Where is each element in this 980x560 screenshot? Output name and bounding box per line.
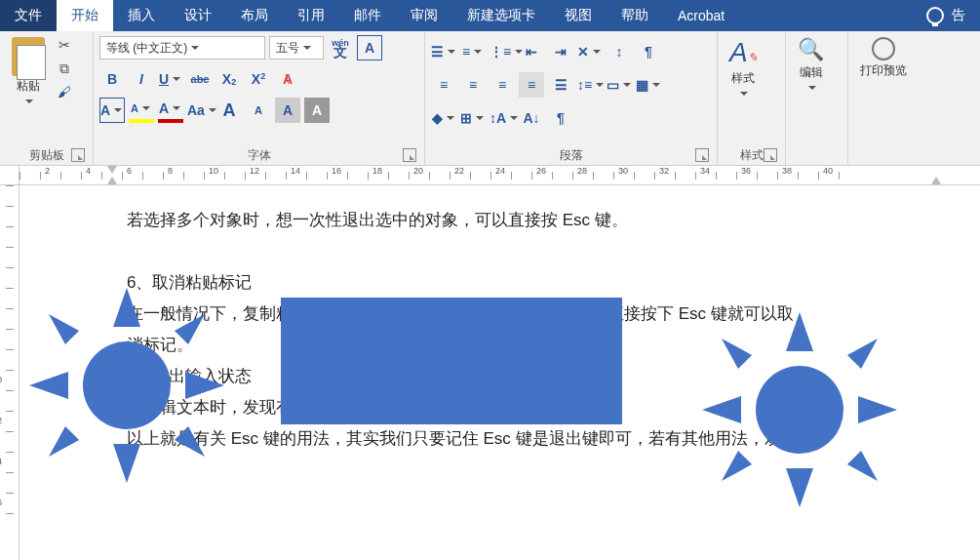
group-font: 等线 (中文正文) 五号 wén 文 A B I U abc X2 X2 A⧹ xyxy=(94,31,425,165)
superscript-button[interactable]: X2 xyxy=(246,66,271,92)
fill-color-button[interactable]: ◆ xyxy=(431,105,456,131)
sun-shape-left[interactable] xyxy=(29,288,224,483)
preview-icon xyxy=(872,37,895,60)
paste-button[interactable]: 粘贴 xyxy=(6,35,51,108)
document-area: 246810121416 若选择多个对象时，想一次性退出选中的对象，可以直接按 … xyxy=(0,185,980,560)
multilevel-button[interactable]: ⋮≡ xyxy=(490,39,515,64)
enclose-char-button[interactable]: A xyxy=(304,98,330,123)
bullets-button[interactable]: ☰ xyxy=(431,39,456,64)
blank-line xyxy=(127,236,980,267)
tab-mailings[interactable]: 邮件 xyxy=(339,0,396,31)
group-clipboard: 粘贴 ✂ ⧉ 🖌 剪贴板 xyxy=(0,31,94,165)
change-case-button[interactable]: Aa xyxy=(187,98,213,123)
tab-design[interactable]: 设计 xyxy=(170,0,226,31)
tab-insert[interactable]: 插入 xyxy=(113,0,170,31)
styles-button[interactable]: A✎ 样式 xyxy=(724,35,764,100)
horizontal-ruler[interactable]: 246810121416182022242628303234363840 xyxy=(20,166,980,185)
chevron-down-icon xyxy=(303,43,313,53)
tell-me-icon[interactable] xyxy=(926,7,944,24)
tab-help[interactable]: 帮助 xyxy=(607,0,663,31)
right-indent-marker[interactable] xyxy=(931,177,941,184)
vertical-ruler[interactable]: 246810121416 xyxy=(0,185,20,560)
group-label-paragraph: 段落 xyxy=(431,145,711,165)
group-label-font: 字体 xyxy=(99,145,418,165)
paste-label: 粘贴 xyxy=(17,78,40,95)
sort-button[interactable]: ↕ xyxy=(607,39,632,64)
bold-button[interactable]: B xyxy=(99,66,125,92)
clear-formatting-button[interactable]: A⧹ xyxy=(275,66,300,92)
tab-layout[interactable]: 布局 xyxy=(226,0,283,31)
strikethrough-button[interactable]: abc xyxy=(187,66,213,92)
numbering-button[interactable]: ≡ xyxy=(460,39,486,64)
ribbon: 粘贴 ✂ ⧉ 🖌 剪贴板 等线 (中文正文) 五号 xyxy=(0,31,980,166)
font-size-value: 五号 xyxy=(276,40,299,57)
underline-button[interactable]: U xyxy=(158,66,183,92)
grow-font-button[interactable]: A xyxy=(216,98,242,123)
group-editing: 🔍 编辑 xyxy=(786,31,848,165)
subscript-button[interactable]: X2 xyxy=(216,66,242,92)
group-paragraph: ☰ ≡ ⋮≡ ⇤ ⇥ ✕ ↕ ¶ ≡ ≡ ≡ ≡ ☰ ↕≡ ▭ ▦ ◆ xyxy=(425,31,718,165)
shrink-font-button[interactable]: A xyxy=(246,98,271,123)
highlight-button[interactable]: A xyxy=(129,98,154,123)
indent-inc-button[interactable]: ⇥ xyxy=(548,39,573,64)
show-marks-button[interactable]: ¶ xyxy=(636,39,661,64)
tab-home[interactable]: 开始 xyxy=(57,0,113,31)
shading-button[interactable]: ▭ xyxy=(607,72,632,98)
grid-button[interactable]: ⊞ xyxy=(460,105,486,131)
font-family-combo[interactable]: 等线 (中文正文) xyxy=(99,36,265,60)
chevron-down-icon xyxy=(173,74,182,84)
sort-az-button[interactable]: A↓ xyxy=(519,105,544,131)
text-effects-button[interactable]: A xyxy=(99,98,125,123)
dialog-launcher-icon[interactable] xyxy=(695,148,709,162)
cut-button[interactable]: ✂ xyxy=(53,35,76,55)
align-right-button[interactable]: ≡ xyxy=(490,72,515,98)
font-size-combo[interactable]: 五号 xyxy=(269,36,324,60)
dialog-launcher-icon[interactable] xyxy=(764,148,777,162)
find-button[interactable]: 🔍 编辑 xyxy=(792,35,830,95)
paste-icon xyxy=(12,37,45,76)
asian-layout-button[interactable]: ✕ xyxy=(577,39,603,64)
group-label-print xyxy=(854,145,926,165)
tab-references[interactable]: 引用 xyxy=(283,0,339,31)
ruler-corner xyxy=(0,166,20,185)
dialog-launcher-icon[interactable] xyxy=(403,148,416,162)
print-preview-button[interactable]: 打印预览 xyxy=(854,35,913,81)
chevron-down-icon xyxy=(142,103,152,113)
chevron-down-icon xyxy=(173,103,182,113)
align-left-button[interactable]: ≡ xyxy=(431,72,456,98)
tell-me-label[interactable]: 告 xyxy=(952,0,980,31)
line-spacing-button[interactable]: ↕≡ xyxy=(577,72,603,98)
tab-view[interactable]: 视图 xyxy=(550,0,607,31)
format-painter-button[interactable]: 🖌 xyxy=(53,82,76,101)
chevron-down-icon xyxy=(209,105,213,115)
toggle-marks-button[interactable]: ¶ xyxy=(548,105,573,131)
sun-shape-right[interactable] xyxy=(702,312,897,507)
chevron-down-icon xyxy=(740,89,750,99)
dialog-launcher-icon[interactable] xyxy=(71,148,85,162)
text-direction-button[interactable]: ↕A xyxy=(490,105,515,131)
rectangle-shape[interactable] xyxy=(281,298,622,424)
justify-button[interactable]: ≡ xyxy=(519,72,544,98)
borders-button[interactable]: ▦ xyxy=(636,72,661,98)
group-label-editing xyxy=(792,145,842,165)
chevron-down-icon xyxy=(114,105,124,115)
font-color-button[interactable]: A xyxy=(158,98,183,123)
tab-acrobat[interactable]: Acrobat xyxy=(663,0,739,31)
document-page[interactable]: 若选择多个对象时，想一次性退出选中的对象，可以直接按 Esc 键。 6、取消粘贴… xyxy=(20,185,980,560)
chevron-down-icon xyxy=(191,43,201,53)
distribute-button[interactable]: ☰ xyxy=(548,72,573,98)
tab-newtab[interactable]: 新建选项卡 xyxy=(452,0,550,31)
chevron-down-icon xyxy=(25,97,35,106)
body-text-line: 6、取消粘贴标记 xyxy=(127,267,980,299)
tab-file[interactable]: 文件 xyxy=(0,0,57,31)
phonetic-guide-button[interactable]: wén 文 xyxy=(328,35,353,60)
copy-button[interactable]: ⧉ xyxy=(53,59,76,78)
styles-icon: A✎ xyxy=(729,37,758,68)
tab-review[interactable]: 审阅 xyxy=(396,0,452,31)
char-border-button[interactable]: A xyxy=(357,35,382,60)
group-label-clipboard: 剪贴板 xyxy=(6,145,87,165)
align-center-button[interactable]: ≡ xyxy=(460,72,486,98)
chevron-down-icon xyxy=(808,83,818,93)
italic-button[interactable]: I xyxy=(129,66,154,92)
char-shading-button[interactable]: A xyxy=(275,98,300,123)
